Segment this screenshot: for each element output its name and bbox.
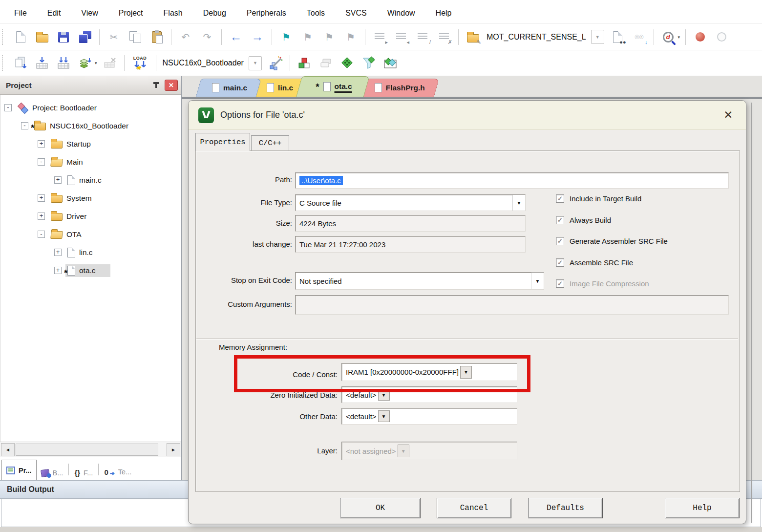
tree-item-nsuc16x0-bootloader[interactable]: -*NSUC16x0_Bootloader	[0, 117, 181, 135]
chevron-down-icon[interactable]: ▼	[249, 56, 262, 70]
dropdown-arrow-icon[interactable]: ▼	[512, 195, 525, 211]
options-for-target-icon[interactable]	[267, 55, 284, 71]
toolbar-drag-handle[interactable]	[2, 29, 6, 45]
target-select-combobox[interactable]: NSUC16x0_Bootloader ▼	[163, 56, 262, 70]
checkbox-include-in-target-build[interactable]: ✓Include in Target Build	[556, 194, 641, 203]
dropdown-arrow-icon[interactable]: ▼	[378, 389, 390, 401]
tree-item-main[interactable]: -Main	[0, 153, 181, 171]
save-all-icon[interactable]	[77, 29, 93, 45]
other-data-combobox[interactable]: <default> ▼	[341, 408, 517, 425]
checkbox-icon[interactable]: ✓	[556, 237, 564, 245]
find-in-files-icon[interactable]: ✎	[465, 29, 481, 45]
expand-icon[interactable]: +	[38, 194, 45, 202]
tree-item-startup[interactable]: +Startup	[0, 135, 181, 153]
menu-flash[interactable]: Flash	[153, 6, 193, 20]
checkbox-icon[interactable]: ✓	[556, 258, 564, 267]
manage-runtime-environment-icon[interactable]	[296, 55, 313, 71]
custom-arguments-field[interactable]	[295, 295, 729, 315]
rebuild-icon[interactable]	[55, 55, 72, 71]
checkbox-assemble-src-file[interactable]: ✓Assemble SRC File	[556, 258, 633, 267]
expand-icon[interactable]: +	[54, 176, 62, 184]
scroll-right-icon[interactable]: ►	[167, 443, 180, 456]
menu-project[interactable]: Project	[108, 6, 153, 20]
next-bookmark-icon[interactable]: ⚑	[299, 29, 316, 45]
zero-initialized-data-combobox[interactable]: <default> ▼	[341, 386, 517, 403]
tree-item-driver[interactable]: +Driver	[0, 207, 181, 225]
software-packs-icon[interactable]	[339, 55, 356, 71]
pin-icon[interactable]	[152, 81, 160, 89]
debug-search-icon[interactable]: d	[660, 29, 677, 45]
stop-on-exit-combobox[interactable]: Not specified ▼	[295, 272, 544, 290]
previous-bookmark-icon[interactable]: ⚑	[321, 29, 338, 45]
expand-icon[interactable]: +	[54, 267, 62, 274]
tree-item-ota-c[interactable]: +*ota.c	[0, 261, 181, 279]
menu-svcs[interactable]: SVCS	[335, 6, 377, 20]
collapse-icon[interactable]: -	[4, 104, 12, 111]
navigate-back-icon[interactable]: ←	[228, 29, 244, 45]
clear-bookmarks-icon[interactable]: ⚑	[342, 29, 359, 45]
checkbox-icon[interactable]: ✓	[556, 194, 564, 203]
copy-icon[interactable]	[127, 29, 144, 45]
toolbar-drag-handle[interactable]	[2, 55, 6, 71]
horizontal-scrollbar[interactable]: ◄ ►	[0, 442, 181, 457]
scroll-left-icon[interactable]: ◄	[1, 443, 15, 456]
panel-tab-pr[interactable]: Pr...	[1, 460, 37, 480]
redo-icon[interactable]: ↷	[199, 29, 215, 45]
uncomment-selection-icon[interactable]: ✗	[436, 29, 452, 45]
insert-bookmark-icon[interactable]: ⚑	[278, 29, 295, 45]
expand-icon[interactable]: +	[38, 140, 45, 148]
chevron-down-icon[interactable]: ▾	[678, 35, 680, 40]
tab-c-cpp[interactable]: C/C++	[251, 135, 289, 150]
editor-tab-ota-c[interactable]: *ota.c	[299, 76, 367, 97]
close-icon[interactable]: ✕	[720, 107, 736, 123]
checkbox-icon[interactable]: ✓	[556, 216, 564, 224]
editor-scrollbar[interactable]	[751, 103, 752, 523]
new-file-icon[interactable]	[12, 29, 29, 45]
panel-tab-f[interactable]: {}F...	[70, 465, 97, 480]
dropdown-arrow-icon[interactable]: ▼	[531, 273, 544, 289]
stop-build-icon[interactable]	[102, 55, 118, 71]
menu-view[interactable]: View	[71, 6, 108, 20]
undo-icon[interactable]: ↶	[177, 29, 194, 45]
file-type-combobox[interactable]: C Source file ▼	[295, 194, 526, 211]
search-target-combobox[interactable]: MOT_CURRENT_SENSE_L ▼	[487, 30, 604, 44]
expand-icon[interactable]: +	[38, 213, 45, 220]
tree-item-system[interactable]: +System	[0, 189, 181, 207]
find-in-document-icon[interactable]: ●●	[610, 29, 626, 45]
comment-selection-icon[interactable]: /	[414, 29, 431, 45]
menu-help[interactable]: Help	[425, 6, 462, 20]
dropdown-arrow-icon[interactable]: ▼	[378, 410, 390, 422]
panel-tab-b[interactable]: B...	[37, 466, 68, 480]
open-file-icon[interactable]	[34, 29, 50, 45]
editor-tab-main-c[interactable]: main.c	[198, 79, 259, 97]
tree-item-project-bootloader[interactable]: -Project: Bootloader	[0, 99, 181, 117]
ok-button[interactable]: OK	[340, 498, 421, 518]
tab-properties[interactable]: Properties	[195, 133, 250, 151]
navigate-forward-icon[interactable]: →	[249, 29, 266, 45]
close-icon[interactable]: ✕	[165, 80, 178, 91]
checkbox-generate-assembler-src-file[interactable]: ✓Generate Assembler SRC File	[556, 237, 668, 245]
menu-debug[interactable]: Debug	[193, 6, 236, 20]
save-icon[interactable]	[55, 29, 72, 45]
batch-build-icon[interactable]	[77, 55, 93, 71]
indent-left-icon[interactable]: ◂	[393, 29, 409, 45]
chevron-down-icon[interactable]: ▾	[95, 61, 97, 65]
collapse-icon[interactable]: -	[38, 158, 45, 166]
help-button[interactable]: Help	[665, 498, 740, 518]
indent-right-icon[interactable]: ▸	[371, 29, 388, 45]
collapse-icon[interactable]: -	[21, 122, 28, 129]
incremental-find-icon[interactable]: ⌾⌾↓	[631, 29, 648, 45]
panel-tab-te[interactable]: 0➔Te...	[100, 464, 136, 480]
menu-peripherals[interactable]: Peripherals	[236, 6, 296, 20]
scrollbar-thumb[interactable]	[16, 444, 158, 456]
editor-tab-FlashPrg-h[interactable]: FlashPrg.h	[361, 79, 437, 97]
dropdown-arrow-icon[interactable]: ▼	[460, 366, 472, 379]
disabled-breakpoint-icon[interactable]	[713, 29, 730, 45]
checkbox-always-build[interactable]: ✓Always Build	[556, 216, 611, 224]
build-icon[interactable]	[34, 55, 50, 71]
tree-item-main-c[interactable]: +main.c	[0, 171, 181, 189]
expand-icon[interactable]: +	[54, 249, 62, 256]
tree-item-lin-c[interactable]: +lin.c	[0, 243, 181, 261]
cut-icon[interactable]: ✂	[106, 29, 122, 45]
path-field[interactable]: ..\User\ota.c	[295, 172, 729, 189]
